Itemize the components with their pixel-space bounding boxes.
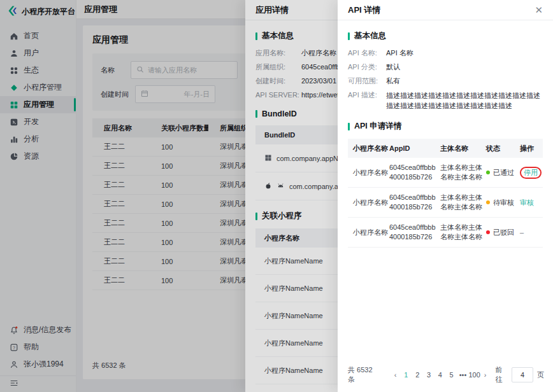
page-2[interactable]: 2 xyxy=(412,371,423,379)
no-action-dash: – xyxy=(520,228,524,236)
status-badge: 待审核 xyxy=(486,198,520,207)
status-dot-green xyxy=(486,171,490,174)
status-badge: 已通过 xyxy=(486,168,520,178)
next-page-icon[interactable]: › xyxy=(480,371,491,379)
section-bar xyxy=(348,123,350,130)
pagination: 共 6532 条 ‹ 1 2 3 4 5 ••• 100 › 前往 页 xyxy=(348,365,544,384)
field-api-description: API 描述: 描述描述描述描述描述描述描述描述描述描述描述描述描述描述描述描述… xyxy=(348,90,543,111)
jump-to-label: 前往 xyxy=(495,365,508,384)
page-ellipsis[interactable]: ••• xyxy=(457,371,469,379)
field-api-scope: 可用范围: 私有 xyxy=(348,76,543,85)
page-jump-input[interactable] xyxy=(512,367,533,382)
api-application-table: 小程序名称 AppID 主体名称 状态 操作 小程序名称 6045cea0ffb… xyxy=(348,139,543,248)
page-4[interactable]: 4 xyxy=(434,371,446,379)
section-api-basic: 基本信息 xyxy=(348,31,543,41)
prev-page-icon[interactable]: ‹ xyxy=(391,371,401,379)
page-3[interactable]: 3 xyxy=(423,371,434,379)
page-1[interactable]: 1 xyxy=(401,371,412,379)
status-badge: 已驳回 xyxy=(486,228,520,237)
field-api-name: API 名称: API 名称 xyxy=(348,48,543,57)
screen: 小程序开放平台 首页 用户 生态 小程序管理 应用管理 xyxy=(0,0,553,392)
api-table-header: 小程序名称 AppID 主体名称 状态 操作 xyxy=(348,139,543,158)
api-application-row: 小程序名称 6045cea0ffbbb4000185b726 主体名称主体名称主… xyxy=(348,158,543,188)
status-dot-orange xyxy=(486,200,490,204)
api-application-row: 小程序名称 6045cea0ffbbb4000185b726 主体名称主体名称主… xyxy=(348,188,543,218)
api-detail-header: API 详情 ✕ xyxy=(338,0,553,20)
page-unit-label: 页 xyxy=(537,370,544,380)
close-icon[interactable]: ✕ xyxy=(535,5,543,15)
field-api-category: API 分类: 默认 xyxy=(348,62,543,71)
page-100[interactable]: 100 xyxy=(468,371,480,379)
api-detail-title: API 详情 xyxy=(348,4,380,16)
page-5[interactable]: 5 xyxy=(446,371,457,379)
status-dot-red xyxy=(486,230,490,234)
section-bar xyxy=(348,32,350,40)
api-application-row: 小程序名称 6045cea0ffbbb4000185b726 主体名称主体名称主… xyxy=(348,218,543,248)
section-api-applications: API 申请详情 xyxy=(348,121,543,132)
review-action-link[interactable]: 审核 xyxy=(520,199,534,206)
disable-action-link[interactable]: 停用 xyxy=(524,169,538,176)
api-detail-drawer: API 详情 ✕ 基本信息 API 名称: API 名称 API 分类: 默认 … xyxy=(338,0,553,392)
pagination-total: 共 6532 条 xyxy=(348,365,378,384)
annotation-highlight: 停用 xyxy=(520,167,542,179)
